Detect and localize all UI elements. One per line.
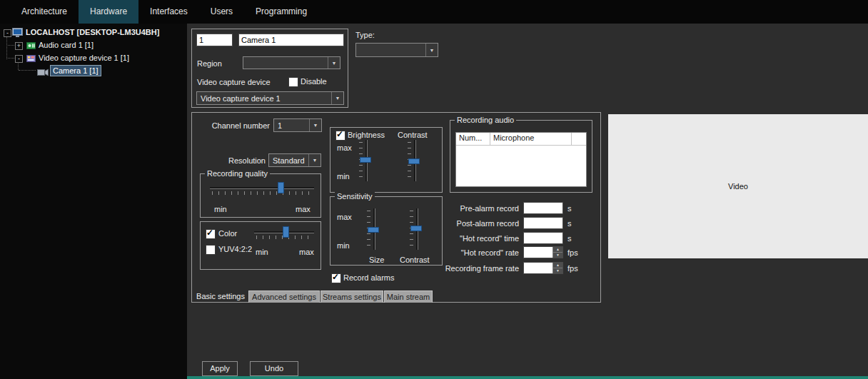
tree-expander-audio-card[interactable] — [15, 42, 23, 50]
recording-audio-table[interactable]: Num... Microphone — [455, 132, 587, 187]
type-select[interactable] — [355, 43, 438, 57]
sensitivity-min-label: min — [337, 241, 350, 251]
tree-expander-video-capture[interactable] — [15, 55, 23, 63]
tab-users[interactable]: Users — [199, 0, 244, 24]
color-checkbox[interactable] — [206, 229, 216, 239]
tree-connector — [18, 62, 19, 70]
brightness-max-label: max — [337, 143, 352, 153]
device-name-field[interactable] — [238, 34, 344, 46]
brightness-slider[interactable] — [359, 140, 373, 181]
slider-thumb[interactable] — [278, 182, 284, 193]
hot-record-rate-unit: fps — [567, 248, 578, 258]
yuv-checkbox[interactable] — [206, 245, 216, 255]
tree-item-video-capture-device[interactable]: Video capture device 1 [1] — [39, 53, 129, 63]
video-capture-device-select[interactable]: Video capture device 1 — [196, 91, 344, 105]
tree-item-camera[interactable]: Camera 1 [1] — [50, 65, 101, 76]
sensitivity-size-label: Size — [369, 255, 384, 265]
contrast-slider[interactable] — [408, 140, 422, 181]
post-alarm-record-label: Post-alarm record — [427, 218, 519, 228]
spinner-down-icon[interactable] — [553, 253, 562, 258]
channel-number-label: Channel number — [198, 121, 270, 131]
chevron-down-icon — [328, 57, 340, 69]
recording-frame-rate-spinner[interactable] — [552, 263, 562, 273]
slider-thumb[interactable] — [410, 226, 422, 231]
tree-connector — [6, 36, 7, 59]
hot-record-time-label: "Hot record" time — [427, 233, 519, 243]
sensitivity-size-slider[interactable] — [367, 208, 381, 250]
slider-thumb[interactable] — [368, 227, 379, 233]
tab-interfaces[interactable]: Interfaces — [138, 0, 199, 24]
post-alarm-record-input[interactable] — [524, 218, 562, 228]
channel-number-value: 1 — [274, 119, 309, 131]
column-header-microphone[interactable]: Microphone — [490, 133, 572, 145]
color-max-label: max — [299, 247, 314, 257]
video-preview-panel: Video — [608, 114, 868, 258]
region-label: Region — [197, 59, 222, 69]
slider-thumb[interactable] — [408, 158, 420, 164]
bottom-accent-bar — [187, 376, 868, 379]
tree-item-audio-card[interactable]: Audio card 1 [1] — [39, 40, 94, 50]
hot-record-time-unit: s — [567, 233, 572, 243]
chevron-down-icon — [425, 44, 438, 56]
sensitivity-max-label: max — [337, 212, 352, 222]
disable-label: Disable — [301, 76, 327, 86]
pre-alarm-record-field[interactable] — [523, 202, 563, 214]
tab-main-stream[interactable]: Main stream — [384, 290, 433, 303]
tab-basic-settings[interactable]: Basic settings — [194, 290, 247, 303]
column-header-num[interactable]: Num... — [456, 133, 490, 145]
device-id-input[interactable] — [197, 34, 232, 46]
brightness-contrast-label: Contrast — [398, 130, 428, 140]
record-alarms-checkbox[interactable] — [331, 273, 341, 283]
slider-ticks — [212, 191, 312, 195]
resolution-label: Resolution — [191, 156, 266, 166]
hot-record-time-input[interactable] — [524, 233, 562, 243]
pre-alarm-record-unit: s — [567, 203, 572, 213]
device-id-field[interactable] — [196, 34, 233, 46]
recording-frame-rate-field[interactable] — [523, 262, 563, 274]
sensitivity-title: Sensitivity — [335, 192, 375, 201]
resolution-select[interactable]: Standard — [268, 153, 321, 167]
spinner-up-icon[interactable] — [553, 263, 562, 268]
post-alarm-record-field[interactable] — [523, 217, 563, 229]
slider-thumb[interactable] — [360, 157, 371, 163]
sensitivity-contrast-slider[interactable] — [410, 208, 424, 250]
recording-quality-title: Recording quality — [205, 169, 270, 178]
hot-record-time-field[interactable] — [523, 232, 563, 244]
undo-button[interactable]: Undo — [250, 361, 298, 376]
brightness-checkbox[interactable] — [335, 131, 345, 141]
tab-advanced-settings[interactable]: Advanced settings — [248, 290, 320, 303]
apply-button[interactable]: Apply — [202, 361, 238, 376]
slider-track — [210, 187, 314, 189]
tab-programming[interactable]: Programming — [244, 0, 318, 24]
tab-architecture[interactable]: Architecture — [10, 0, 79, 24]
spinner-up-icon[interactable] — [553, 247, 562, 253]
hot-record-rate-input[interactable] — [524, 247, 552, 258]
tab-hardware[interactable]: Hardware — [79, 0, 138, 24]
device-name-input[interactable] — [239, 34, 343, 46]
resolution-value: Standard — [269, 154, 308, 166]
tree-connector — [19, 70, 36, 71]
recording-frame-rate-input[interactable] — [524, 263, 552, 273]
pre-alarm-record-label: Pre-alarm record — [427, 203, 519, 213]
disable-checkbox[interactable] — [288, 77, 298, 87]
tab-streams-settings[interactable]: Streams settings — [321, 290, 383, 303]
hot-record-rate-spinner[interactable] — [552, 247, 562, 258]
yuv-label: YUV4:2:2 — [218, 244, 252, 254]
chevron-down-icon — [331, 92, 343, 104]
tree-item-localhost[interactable]: LOCALHOST [DESKTOP-LM3U4BH] — [26, 27, 159, 37]
channel-number-select[interactable]: 1 — [273, 118, 322, 132]
tree-expander-localhost[interactable] — [4, 29, 11, 37]
recording-quality-slider[interactable] — [210, 183, 314, 196]
camera-icon — [37, 66, 49, 79]
recording-frame-rate-label: Recording frame rate — [427, 263, 519, 273]
hot-record-rate-field[interactable] — [523, 246, 563, 258]
tree-connector — [8, 58, 14, 59]
post-alarm-record-unit: s — [567, 218, 572, 228]
video-preview-label: Video — [728, 182, 748, 191]
slider-thumb[interactable] — [283, 226, 289, 238]
region-select[interactable] — [243, 56, 340, 69]
pre-alarm-record-input[interactable] — [524, 203, 562, 213]
video-capture-device-label: Video capture device — [197, 77, 271, 87]
color-slider[interactable] — [254, 227, 314, 240]
spinner-down-icon[interactable] — [553, 268, 562, 273]
